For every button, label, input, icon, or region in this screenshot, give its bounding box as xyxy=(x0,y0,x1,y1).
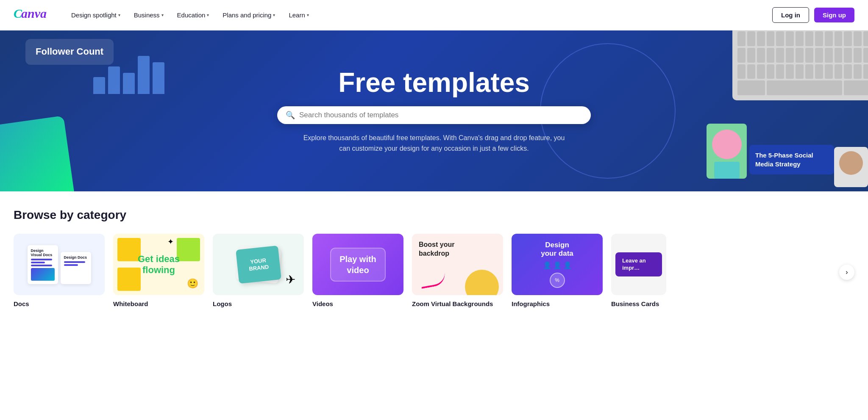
smiley-icon: 🙂 xyxy=(187,278,198,289)
category-wrapper: Design Visual Docs Design Docs xyxy=(14,234,854,311)
bar-chart-decoration xyxy=(93,56,164,94)
person-thumbnail-2 xyxy=(834,147,868,187)
category-card-logos[interactable]: YOURBRAND ✈ Logos xyxy=(213,234,304,307)
social-media-label: The 5-Phase Social Media Strategy xyxy=(755,152,813,168)
chevron-down-icon: ▾ xyxy=(207,13,209,17)
hero-title: Free templates xyxy=(338,68,530,97)
category-card-docs[interactable]: Design Visual Docs Design Docs xyxy=(14,234,105,307)
category-thumb-docs: Design Visual Docs Design Docs xyxy=(14,234,105,295)
chart-bar xyxy=(108,66,120,94)
nav-education[interactable]: Education ▾ xyxy=(171,8,215,22)
category-thumb-business: Leave an impr… xyxy=(611,234,666,295)
doc-card-1: Design Visual Docs xyxy=(28,245,58,284)
chevron-down-icon: ▾ xyxy=(273,13,275,17)
browse-section: Browse by category Design Visual Docs xyxy=(0,191,868,328)
logo-card-main: YOURBRAND xyxy=(236,245,281,283)
svg-text:anva: anva xyxy=(21,6,47,20)
nav-business-label: Business xyxy=(134,11,160,19)
category-label-logos: Logos xyxy=(213,300,304,307)
nav-learn-label: Learn xyxy=(289,11,305,19)
category-label-zoom-bg: Zoom Virtual Backgrounds xyxy=(412,300,503,307)
biz-card-main: Leave an impr… xyxy=(615,252,662,277)
notebook-decoration xyxy=(0,116,75,191)
zoom-circle-decoration xyxy=(465,270,499,295)
chevron-down-icon: ▾ xyxy=(118,13,120,17)
category-label-infographics: Infographics xyxy=(512,300,603,307)
business-cards-preview: Leave an impr… xyxy=(611,234,666,295)
sticky-note xyxy=(117,238,141,261)
logo[interactable]: C anva xyxy=(14,6,52,24)
category-card-infographics[interactable]: Designyour data 👤 👤 👤 % Infographics xyxy=(512,234,603,307)
nav-links: Design spotlight ▾ Business ▾ Education … xyxy=(65,8,772,22)
category-thumb-whiteboard: Get ideasflowing ✦ 🙂 xyxy=(113,234,204,295)
nav-design-spotlight[interactable]: Design spotlight ▾ xyxy=(65,8,126,22)
chart-bar xyxy=(93,77,105,94)
person-icon-3: 👤 xyxy=(563,261,572,269)
category-thumb-infographics: Designyour data 👤 👤 👤 % xyxy=(512,234,603,295)
zoom-text: Boost yourbackdrop xyxy=(419,240,454,258)
infog-title-text: Designyour data xyxy=(541,241,573,258)
person-icon-2: 👤 xyxy=(553,261,562,269)
percentage-badge: % xyxy=(550,273,565,288)
category-thumb-videos: Play withvideo xyxy=(312,234,403,295)
videos-preview: Play withvideo xyxy=(312,234,403,295)
browse-title: Browse by category xyxy=(14,208,854,222)
navbar: C anva Design spotlight ▾ Business ▾ Edu… xyxy=(0,0,868,30)
sticky-note xyxy=(117,268,141,291)
category-label-docs: Docs xyxy=(14,300,105,307)
infographics-preview: Designyour data 👤 👤 👤 % xyxy=(512,234,603,295)
person-thumbnail xyxy=(707,124,747,179)
paper-airplane-icon: ✈ xyxy=(286,273,295,287)
hero-content: Free templates 🔍 Explore thousands of be… xyxy=(243,68,625,154)
chart-bar xyxy=(153,62,164,94)
chevron-right-icon: › xyxy=(846,268,848,276)
hero-section: Follower Count The 5-Phase Social Media … xyxy=(0,30,868,191)
search-icon: 🔍 xyxy=(286,111,295,120)
follower-count-label: Follower Count xyxy=(36,46,103,57)
signup-button[interactable]: Sign up xyxy=(814,8,854,22)
nav-actions: Log in Sign up xyxy=(772,7,854,23)
category-card-business-cards[interactable]: Leave an impr… Business Cards xyxy=(611,234,666,307)
nav-education-label: Education xyxy=(177,11,206,19)
hero-subtitle: Explore thousands of beautiful free temp… xyxy=(303,133,565,154)
category-thumb-logos: YOURBRAND ✈ xyxy=(213,234,304,295)
infog-icons-row: 👤 👤 👤 xyxy=(543,261,572,269)
sticky-note xyxy=(177,238,200,261)
nav-design-spotlight-label: Design spotlight xyxy=(71,11,117,19)
search-bar: 🔍 xyxy=(277,106,591,124)
docs-preview: Design Visual Docs Design Docs xyxy=(22,240,96,289)
nav-learn[interactable]: Learn ▾ xyxy=(283,8,314,22)
logos-preview: YOURBRAND ✈ xyxy=(213,234,304,295)
category-label-business-cards: Business Cards xyxy=(611,300,666,307)
scroll-right-arrow[interactable]: › xyxy=(839,265,854,280)
nav-plans-pricing-label: Plans and pricing xyxy=(223,11,271,19)
social-media-card: The 5-Phase Social Media Strategy xyxy=(749,145,834,174)
person-icon-1: 👤 xyxy=(543,261,551,269)
category-thumb-zoom: Boost yourbackdrop xyxy=(412,234,503,295)
doc-card-2: Design Docs xyxy=(61,252,91,284)
hero-right-decorations: The 5-Phase Social Media Strategy xyxy=(690,30,868,191)
chart-bar xyxy=(138,56,150,94)
category-label-videos: Videos xyxy=(312,300,403,307)
chart-bar xyxy=(123,73,135,94)
category-label-whiteboard: Whiteboard xyxy=(113,300,204,307)
category-card-videos[interactable]: Play withvideo Videos xyxy=(312,234,403,307)
chevron-down-icon: ▾ xyxy=(307,13,309,17)
search-input[interactable] xyxy=(299,111,582,119)
star-icon: ✦ xyxy=(167,237,174,246)
keyboard-decoration xyxy=(732,30,868,100)
whiteboard-text: Get ideasflowing xyxy=(138,253,180,276)
login-button[interactable]: Log in xyxy=(772,7,809,23)
play-with-video-card: Play withvideo xyxy=(330,248,386,282)
category-card-zoom-bg[interactable]: Boost yourbackdrop Zoom Virtual Backgrou… xyxy=(412,234,503,307)
whiteboard-preview: Get ideasflowing ✦ 🙂 xyxy=(113,234,204,295)
zoom-preview: Boost yourbackdrop xyxy=(412,234,503,295)
chevron-down-icon: ▾ xyxy=(161,13,164,17)
nav-plans-pricing[interactable]: Plans and pricing ▾ xyxy=(217,8,281,22)
category-grid: Design Visual Docs Design Docs xyxy=(14,234,854,311)
zoom-squiggle-decoration xyxy=(420,272,447,289)
category-card-whiteboard[interactable]: Get ideasflowing ✦ 🙂 Whiteboard xyxy=(113,234,204,307)
nav-business[interactable]: Business ▾ xyxy=(128,8,170,22)
